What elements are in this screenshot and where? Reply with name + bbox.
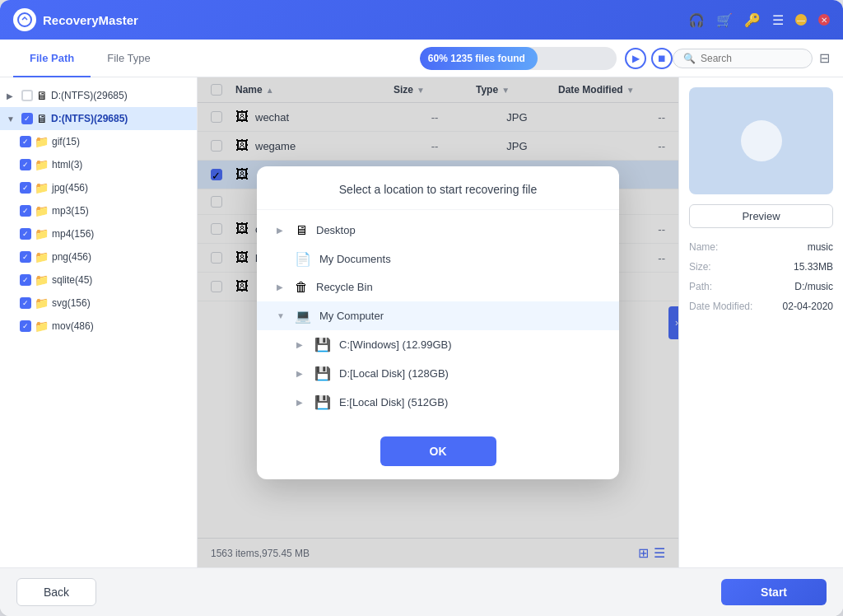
close-button[interactable]: ✕ xyxy=(818,14,830,26)
start-button[interactable]: Start xyxy=(721,579,827,605)
tab-file-type[interactable]: File Type xyxy=(91,40,167,77)
meta-size: Size: 15.33MB xyxy=(689,261,833,273)
tree-checkbox-jpg[interactable]: ✓ xyxy=(20,182,31,194)
tree-checkbox-1[interactable]: ✓ xyxy=(21,113,33,124)
sidebar-item-1[interactable]: ▼ ✓ 🖥 D:(NTFS)(29685) xyxy=(0,107,197,130)
minimize-button[interactable]: — xyxy=(795,14,807,26)
dialog-item-mydocs[interactable]: 📄 My Documents xyxy=(257,245,619,273)
dialog-tree: ▶ 🖥 Desktop 📄 My Documents ▶ xyxy=(257,210,619,423)
search-icon: 🔍 xyxy=(683,53,696,64)
headset-icon[interactable]: 🎧 xyxy=(688,12,705,28)
tree-checkbox-mp3[interactable]: ✓ xyxy=(20,205,31,217)
folder-icon-gif: 📁 xyxy=(35,135,49,148)
stop-button[interactable]: ⏹ xyxy=(651,48,673,69)
cart-icon[interactable]: 🛒 xyxy=(716,12,733,28)
app-title: RecoveryMaster xyxy=(43,13,138,27)
progress-icons: ▶ ⏹ xyxy=(625,48,673,69)
dialog-item-d[interactable]: ▶ 💾 D:[Local Disk] (128GB) xyxy=(257,359,619,388)
preview-placeholder xyxy=(741,120,782,161)
meta-size-value: 15.33MB xyxy=(794,261,833,273)
sidebar-item-gif[interactable]: ✓ 📁 gif(15) xyxy=(0,130,197,153)
sidebar-item-sqlite[interactable]: ✓ 📁 sqlite(45) xyxy=(0,268,197,292)
meta-date-label: Date Modified: xyxy=(689,301,752,312)
sidebar-item-html[interactable]: ✓ 📁 html(3) xyxy=(0,153,197,176)
folder-icon-mp4: 📁 xyxy=(35,227,49,240)
dlg-chevron-d: ▶ xyxy=(296,369,306,378)
meta-date: Date Modified: 02-04-2020 xyxy=(689,301,833,312)
meta-name-value: music xyxy=(808,241,833,253)
tree-checkbox-gif[interactable]: ✓ xyxy=(20,136,31,147)
back-button[interactable]: Back xyxy=(16,578,96,606)
tree-checkbox-png[interactable]: ✓ xyxy=(20,251,31,263)
bottom-bar: Back Start xyxy=(0,567,843,616)
sidebar-item-svg[interactable]: ✓ 📁 svg(156) xyxy=(0,292,197,315)
dlg-icon-c: 💾 xyxy=(314,337,331,352)
chevron-down-icon-1: ▼ xyxy=(7,114,18,124)
folder-icon-1: 🖥 xyxy=(36,112,48,125)
filter-icon[interactable]: ⊟ xyxy=(819,50,830,66)
progress-area: 60% 1235 files found ▶ ⏹ xyxy=(420,47,673,70)
folder-icon-mp3: 📁 xyxy=(35,204,49,217)
titlebar-controls: 🎧 🛒 🔑 ☰ — ✕ xyxy=(688,12,830,28)
sidebar-item-0[interactable]: ▶ 🖥 D:(NTFS)(29685) xyxy=(0,84,197,107)
key-icon[interactable]: 🔑 xyxy=(744,12,761,28)
progress-bar: 60% 1235 files found xyxy=(420,47,617,70)
meta-path-label: Path: xyxy=(689,281,712,292)
sidebar: ▶ 🖥 D:(NTFS)(29685) ▼ ✓ 🖥 D:(NTFS)(29685… xyxy=(0,77,198,567)
file-list: Name ▲ Size ▼ Type ▼ Date Modified ▼ xyxy=(198,77,678,567)
menu-icon[interactable]: ☰ xyxy=(772,12,784,28)
tree-checkbox-0[interactable] xyxy=(21,90,33,101)
dialog-ok-button[interactable]: OK xyxy=(380,436,496,466)
logo-icon xyxy=(13,8,36,31)
folder-icon-svg: 📁 xyxy=(35,296,49,310)
tree-checkbox-svg[interactable]: ✓ xyxy=(20,297,31,309)
sidebar-item-jpg[interactable]: ✓ 📁 jpg(456) xyxy=(0,176,197,199)
dlg-chevron-e: ▶ xyxy=(296,398,306,407)
svg-point-0 xyxy=(18,13,31,26)
dialog-title: Select a location to start recovering fi… xyxy=(257,166,619,209)
dialog-item-recycle[interactable]: ▶ 🗑 Recycle Bin xyxy=(257,273,619,301)
sidebar-item-mov[interactable]: ✓ 📁 mov(486) xyxy=(0,315,197,338)
sidebar-item-mp4[interactable]: ✓ 📁 mp4(156) xyxy=(0,222,197,245)
search-area: 🔍 ⊟ xyxy=(673,49,830,68)
meta-name: Name: music xyxy=(689,241,833,253)
title-bar: RecoveryMaster 🎧 🛒 🔑 ☰ — ✕ xyxy=(0,0,843,40)
recovery-location-dialog: Select a location to start recovering fi… xyxy=(257,166,619,479)
dlg-chevron-c: ▶ xyxy=(296,340,306,349)
preview-panel: Preview Name: music Size: 15.33MB Path: … xyxy=(678,77,843,567)
dlg-icon-d: 💾 xyxy=(314,366,331,381)
tab-file-path[interactable]: File Path xyxy=(13,40,91,77)
play-button[interactable]: ▶ xyxy=(625,48,646,69)
dialog-overlay: Select a location to start recovering fi… xyxy=(198,77,678,567)
folder-icon-mov: 📁 xyxy=(35,320,49,333)
dialog-item-e[interactable]: ▶ 💾 E:[Local Disk] (512GB) xyxy=(257,388,619,417)
dlg-icon-mydocs: 📄 xyxy=(295,251,311,267)
tree-checkbox-html[interactable]: ✓ xyxy=(20,159,31,170)
dlg-icon-mycomputer: 💻 xyxy=(295,308,311,324)
tree-checkbox-sqlite[interactable]: ✓ xyxy=(20,274,31,286)
meta-size-label: Size: xyxy=(689,261,711,273)
folder-icon-html: 📁 xyxy=(35,158,49,171)
folder-icon-sqlite: 📁 xyxy=(35,273,49,287)
dlg-icon-desktop: 🖥 xyxy=(295,223,308,238)
dialog-item-desktop[interactable]: ▶ 🖥 Desktop xyxy=(257,217,619,245)
dialog-footer: OK xyxy=(257,423,619,479)
search-input[interactable] xyxy=(701,53,802,64)
meta-path: Path: D:/music xyxy=(689,281,833,292)
folder-icon-png: 📁 xyxy=(35,250,49,264)
meta-path-value: D:/music xyxy=(794,281,833,292)
progress-fill: 60% 1235 files found xyxy=(420,47,538,70)
chevron-right-icon: ▶ xyxy=(7,91,18,100)
main-content: ▶ 🖥 D:(NTFS)(29685) ▼ ✓ 🖥 D:(NTFS)(29685… xyxy=(0,77,843,567)
preview-button[interactable]: Preview xyxy=(689,204,833,228)
dlg-chevron-desktop: ▶ xyxy=(277,226,286,235)
meta-name-label: Name: xyxy=(689,241,718,253)
sidebar-item-mp3[interactable]: ✓ 📁 mp3(15) xyxy=(0,199,197,222)
tree-checkbox-mp4[interactable]: ✓ xyxy=(20,228,31,240)
dialog-item-c[interactable]: ▶ 💾 C:[Windows] (12.99GB) xyxy=(257,330,619,359)
dlg-chevron-recycle: ▶ xyxy=(277,282,286,292)
sidebar-item-png[interactable]: ✓ 📁 png(456) xyxy=(0,245,197,268)
app-logo: RecoveryMaster xyxy=(13,8,138,31)
dialog-item-mycomputer[interactable]: ▼ 💻 My Computer xyxy=(257,301,619,330)
tree-checkbox-mov[interactable]: ✓ xyxy=(20,320,31,332)
